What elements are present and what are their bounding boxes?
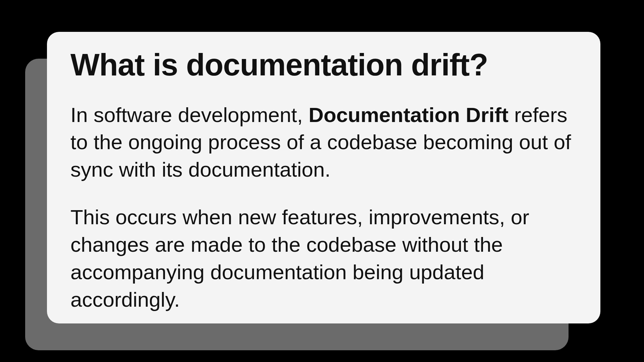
- slide-title: What is documentation drift?: [70, 49, 577, 81]
- content-card: What is documentation drift? In software…: [47, 32, 600, 323]
- paragraph-1: In software development, Documentation D…: [70, 101, 577, 183]
- p1-lead: In software development,: [70, 103, 309, 126]
- paragraph-2: This occurs when new features, improveme…: [70, 203, 577, 313]
- p1-term: Documentation Drift: [309, 103, 508, 126]
- slide-stage: What is documentation drift? In software…: [0, 0, 644, 362]
